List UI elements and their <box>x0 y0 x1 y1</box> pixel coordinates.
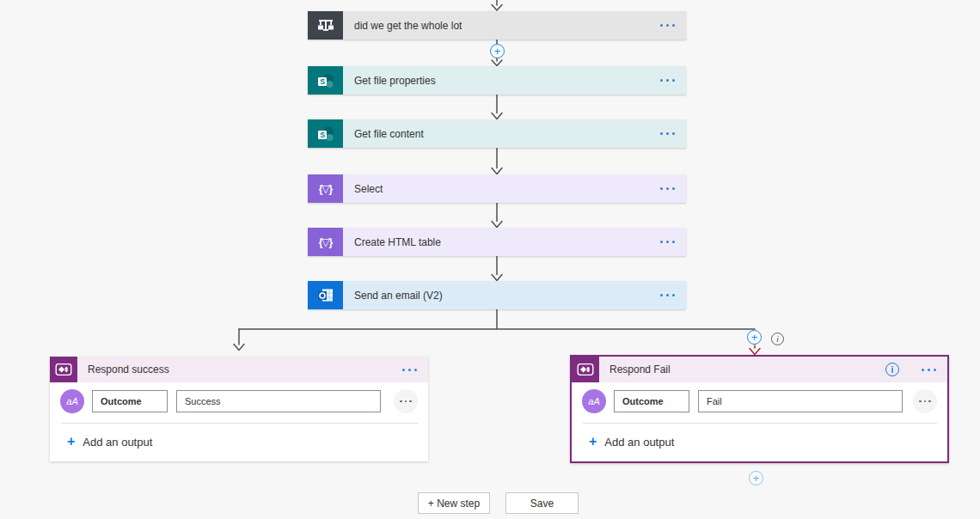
more-options-icon[interactable] <box>390 357 428 382</box>
data-operations-icon: {▽} <box>308 228 343 256</box>
powerapps-respond-icon <box>572 357 599 382</box>
output-name-input[interactable] <box>614 390 689 412</box>
more-options-icon[interactable] <box>648 11 686 40</box>
arrow-into-get-file-properties <box>492 58 502 66</box>
sharepoint-letter: S <box>320 130 325 138</box>
arrow-into-create-html-table <box>492 203 502 228</box>
text-type-icon: aA <box>60 389 84 413</box>
insert-step-button[interactable]: + <box>490 44 505 58</box>
respond-success-card[interactable]: Respond success aA + Add an output <box>50 357 428 461</box>
respond-card-title: Respond success <box>77 363 390 376</box>
insert-branch-step-button[interactable]: + <box>747 330 762 345</box>
sharepoint-icon: S <box>308 119 343 148</box>
save-button[interactable]: Save <box>505 492 579 514</box>
step-title: did we get the whole lot <box>343 20 648 32</box>
respond-fail-card[interactable]: Respond Fail i aA + Add an output <box>570 355 949 463</box>
more-options-icon[interactable] <box>648 228 686 256</box>
add-output-label: Add an output <box>83 436 152 449</box>
add-output-button[interactable]: + Add an output <box>589 435 947 449</box>
text-type-glyph: aA <box>588 396 599 406</box>
arrow-into-select <box>492 148 502 174</box>
step-title: Send an email (V2) <box>343 290 648 302</box>
powerapps-respond-icon <box>50 357 77 382</box>
step-title: Create HTML table <box>343 236 648 248</box>
outlook-icon <box>308 281 343 309</box>
row-more-options-icon[interactable] <box>913 389 937 413</box>
text-type-icon: aA <box>582 389 606 413</box>
more-options-icon[interactable] <box>648 119 686 148</box>
insert-step-below-fail-button[interactable]: + <box>749 471 763 485</box>
output-value-input[interactable] <box>176 390 381 412</box>
red-arrow-into-respond-fail <box>750 349 760 355</box>
arrow-into-respond-success <box>234 329 244 351</box>
plus-icon: + <box>753 473 760 484</box>
data-operations-icon: {▽} <box>308 174 343 203</box>
flow-designer-canvas: did we get the whole lot + S Get file pr… <box>0 0 980 519</box>
step-card-get-file-content[interactable]: S Get file content <box>308 119 686 148</box>
step-card-send-email[interactable]: Send an email (V2) <box>308 281 686 309</box>
info-glyph: i <box>891 365 894 375</box>
branch-trunk <box>239 309 755 329</box>
output-name-input[interactable] <box>92 390 168 412</box>
text-type-glyph: aA <box>66 396 77 406</box>
branch-info-icon[interactable]: i <box>771 333 784 345</box>
new-step-button[interactable]: + New step <box>418 492 490 514</box>
row-more-options-icon[interactable] <box>394 389 418 413</box>
add-output-button[interactable]: + Add an output <box>67 435 428 449</box>
plus-icon: + <box>751 332 758 343</box>
divider <box>61 423 418 424</box>
step-card-create-html-table[interactable]: {▽} Create HTML table <box>308 228 686 256</box>
sharepoint-letter: S <box>320 76 325 85</box>
divider <box>583 423 937 424</box>
output-row: aA <box>50 389 428 413</box>
card-info-icon[interactable]: i <box>885 363 899 376</box>
step-card-condition[interactable]: did we get the whole lot <box>308 11 686 40</box>
more-options-icon[interactable] <box>910 357 947 382</box>
output-row: aA <box>572 389 947 413</box>
more-options-icon[interactable] <box>648 174 686 203</box>
respond-card-title: Respond Fail <box>599 363 885 376</box>
arrow-into-condition <box>492 0 502 10</box>
condition-icon <box>308 11 343 40</box>
more-options-icon[interactable] <box>648 281 686 309</box>
output-value-input[interactable] <box>698 390 903 412</box>
step-title: Select <box>343 183 648 195</box>
step-title: Get file content <box>343 128 648 140</box>
step-title: Get file properties <box>343 75 648 87</box>
data-operations-glyph: {▽} <box>319 183 333 195</box>
info-glyph: i <box>777 335 779 344</box>
more-options-icon[interactable] <box>648 66 686 95</box>
step-card-select[interactable]: {▽} Select <box>308 174 686 203</box>
plus-icon: + <box>494 46 501 57</box>
step-card-get-file-properties[interactable]: S Get file properties <box>308 66 686 95</box>
sharepoint-icon: S <box>308 66 343 95</box>
add-output-label: Add an output <box>604 436 674 449</box>
respond-fail-header[interactable]: Respond Fail i <box>572 357 947 382</box>
plus-icon: + <box>589 435 597 449</box>
arrow-into-get-file-content <box>492 95 502 119</box>
respond-success-header[interactable]: Respond success <box>50 357 428 382</box>
data-operations-glyph: {▽} <box>319 236 333 248</box>
arrow-into-send-email <box>492 256 502 281</box>
plus-icon: + <box>67 435 75 449</box>
